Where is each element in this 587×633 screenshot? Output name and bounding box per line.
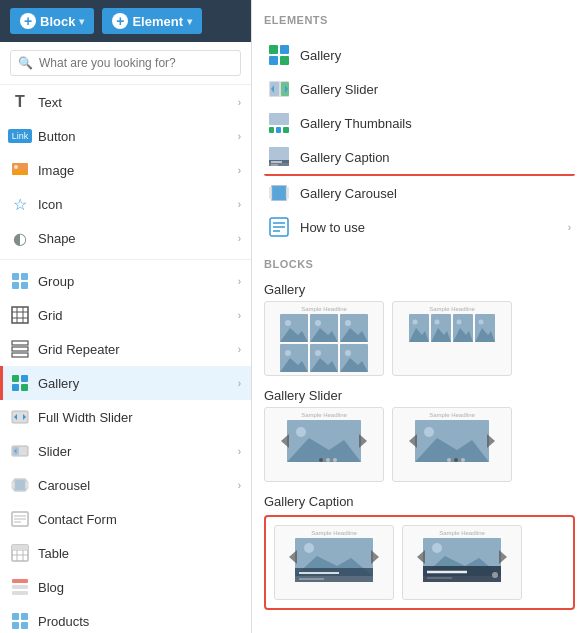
sidebar-item-label: Image [38, 163, 230, 178]
image-icon [10, 160, 30, 180]
block-plus-icon: + [20, 13, 36, 29]
svg-rect-4 [21, 273, 28, 280]
how-to-use-label: How to use [300, 220, 365, 235]
search-bar: 🔍 [0, 42, 251, 85]
element-gallery-slider[interactable]: Gallery Slider [264, 72, 575, 106]
gallery-slider-card-1[interactable]: Sample Headline [264, 407, 384, 482]
svg-rect-43 [21, 613, 28, 620]
block-button[interactable]: + Block ▾ [10, 8, 94, 34]
sidebar: + Block ▾ + Element ▾ 🔍 T Text › Link [0, 0, 252, 633]
right-panel: ELEMENTS Gallery [252, 0, 587, 633]
element-chevron-icon: ▾ [187, 16, 192, 27]
svg-rect-144 [423, 566, 501, 582]
svg-marker-127 [487, 434, 495, 448]
preview-headline: Sample Headline [429, 412, 475, 418]
grid-icon [10, 305, 30, 325]
svg-marker-126 [409, 434, 417, 448]
gallery-blocks-label: Gallery [264, 282, 575, 297]
gallery-element-label: Gallery [300, 48, 341, 63]
gallery-block-card-1[interactable]: Sample Headline [264, 301, 384, 376]
svg-rect-18 [21, 384, 28, 391]
sidebar-item-label: Button [38, 129, 230, 144]
sidebar-item-grid-repeater[interactable]: Grid Repeater › [0, 332, 251, 366]
gallery-carousel-icon [268, 182, 290, 204]
gallery-caption-card-1[interactable]: Sample Headline [274, 525, 394, 600]
svg-point-114 [479, 320, 484, 325]
svg-rect-15 [12, 375, 19, 382]
sidebar-item-blog[interactable]: Blog [0, 570, 251, 604]
sidebar-item-contact-form[interactable]: Contact Form [0, 502, 251, 536]
svg-rect-28 [15, 480, 25, 490]
sidebar-list: T Text › Link Button › Image › ☆ Icon › [0, 85, 251, 633]
gallery-slider-card-2[interactable]: Sample Headline [392, 407, 512, 482]
svg-rect-6 [21, 282, 28, 289]
grid-repeater-arrow-icon: › [238, 344, 241, 355]
grid-arrow-icon: › [238, 310, 241, 321]
sidebar-item-gallery[interactable]: Gallery › [0, 366, 251, 400]
element-button[interactable]: + Element ▾ [102, 8, 202, 34]
svg-point-105 [413, 320, 418, 325]
element-how-to-use[interactable]: How to use › [264, 210, 575, 244]
shape-icon: ◐ [10, 228, 30, 248]
group-arrow-icon: › [238, 276, 241, 287]
elements-section: ELEMENTS Gallery [252, 0, 587, 249]
element-plus-icon: + [112, 13, 128, 29]
sidebar-item-button[interactable]: Link Button › [0, 119, 251, 153]
sidebar-item-carousel[interactable]: Carousel › [0, 468, 251, 502]
element-gallery[interactable]: Gallery [264, 38, 575, 72]
search-input[interactable] [10, 50, 241, 76]
gallery-slider-preview-1: Sample Headline [265, 408, 383, 481]
gallery-arrow-icon: › [238, 378, 241, 389]
element-label: Element [132, 14, 183, 29]
element-gallery-thumbnails[interactable]: Gallery Thumbnails [264, 106, 575, 140]
blog-icon [10, 577, 30, 597]
carousel-arrow-icon: › [238, 480, 241, 491]
gallery-blocks-grid: Sample Headline Sample Headli [264, 301, 575, 376]
sidebar-item-label: Blog [38, 580, 241, 595]
sidebar-item-label: Group [38, 274, 230, 289]
gallery-caption-blocks-label: Gallery Caption [264, 494, 575, 509]
group-icon [10, 271, 30, 291]
svg-rect-45 [21, 622, 28, 629]
element-gallery-caption[interactable]: Gallery Caption [264, 140, 575, 176]
button-icon: Link [10, 126, 30, 146]
sidebar-item-image[interactable]: Image › [0, 153, 251, 187]
svg-rect-44 [12, 622, 19, 629]
sidebar-item-text[interactable]: T Text › [0, 85, 251, 119]
preview-headline: Sample Headline [311, 530, 357, 536]
gallery-caption-card-2[interactable]: Sample Headline [402, 525, 522, 600]
products-icon [10, 611, 30, 631]
how-to-use-icon [268, 216, 290, 238]
gallery-slider-icon [268, 78, 290, 100]
sidebar-item-shape[interactable]: ◐ Shape › [0, 221, 251, 255]
svg-point-99 [315, 350, 321, 356]
svg-rect-71 [276, 127, 281, 133]
sidebar-item-group[interactable]: Group › [0, 264, 251, 298]
sidebar-item-table[interactable]: Table [0, 536, 251, 570]
table-icon [10, 543, 30, 563]
sidebar-item-slider[interactable]: Slider › [0, 434, 251, 468]
preview-images-row [409, 314, 495, 342]
svg-rect-13 [12, 347, 28, 351]
sidebar-item-grid[interactable]: Grid › [0, 298, 251, 332]
svg-rect-80 [272, 186, 286, 200]
block-chevron-icon: ▾ [79, 16, 84, 27]
svg-rect-63 [280, 56, 289, 65]
gallery-carousel-label: Gallery Carousel [300, 186, 397, 201]
sidebar-item-full-width-slider[interactable]: Full Width Slider [0, 400, 251, 434]
sidebar-item-products[interactable]: Products [0, 604, 251, 633]
svg-point-87 [285, 320, 291, 326]
element-gallery-carousel[interactable]: Gallery Carousel [264, 176, 575, 210]
svg-rect-14 [12, 353, 28, 357]
svg-rect-11 [12, 307, 28, 323]
svg-marker-118 [281, 434, 289, 448]
block-label: Block [40, 14, 75, 29]
elements-header: ELEMENTS [264, 10, 575, 30]
gallery-slider-preview-2: Sample Headline [393, 408, 511, 481]
svg-rect-41 [12, 591, 28, 595]
sidebar-item-icon[interactable]: ☆ Icon › [0, 187, 251, 221]
gallery-element-icon [268, 44, 290, 66]
gallery-block-card-2[interactable]: Sample Headline [392, 301, 512, 376]
blocks-header: BLOCKS [264, 254, 575, 274]
svg-rect-61 [280, 45, 289, 54]
